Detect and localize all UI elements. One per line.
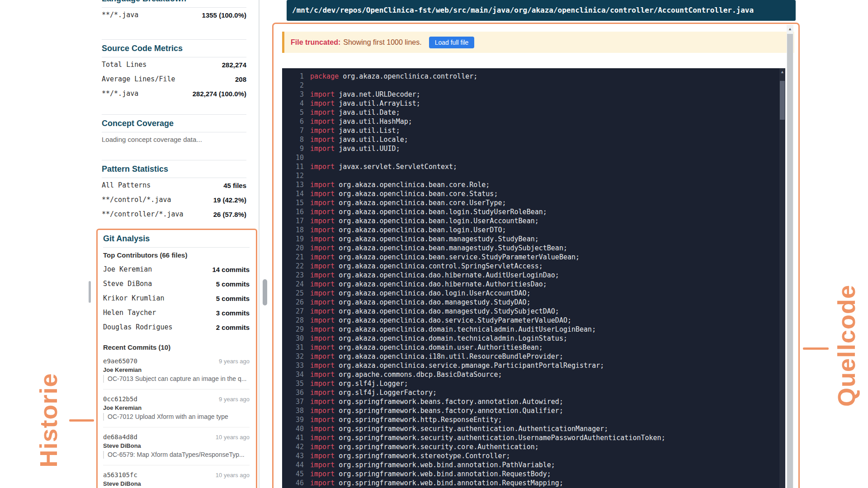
code-lines: 1package org.akaza.openclinica.controlle… [282, 68, 785, 488]
code-text: org.springframework.security.authenticat… [335, 425, 608, 433]
code-line: 42import org.springframework.security.co… [285, 442, 785, 451]
commit-item[interactable]: a563105fc10 years agoSteve DiBonaOC-6578… [103, 465, 250, 488]
code-text: org.akaza.openclinica.bean.managestudy.S… [335, 235, 539, 243]
line-number: 45 [285, 469, 304, 479]
line-number: 40 [285, 424, 304, 433]
code-keyword: import [310, 461, 335, 469]
code-keyword: import [310, 298, 335, 306]
code-keyword: import [310, 325, 335, 333]
left-scrollbar-thumb[interactable] [89, 281, 91, 303]
code-text: org.slf4j.LoggerFactory; [335, 389, 437, 397]
truncation-banner: File truncated: Showing first 1000 lines… [282, 32, 794, 53]
source-metric-row: Average Lines/File208 [102, 72, 246, 86]
code-text: org.akaza.openclinica.bean.login.UserDTO… [335, 226, 506, 234]
panel-scroll-up-arrow-icon[interactable]: ▲ [787, 25, 793, 33]
code-keyword: import [310, 352, 335, 361]
line-number: 2 [285, 81, 304, 90]
language-breakdown-title: Language Breakdown [102, 0, 246, 8]
line-number: 33 [285, 361, 304, 370]
code-text: org.springframework.web.bind.annotation.… [335, 461, 555, 469]
line-number: 4 [285, 99, 304, 108]
source-metric-value: 282,274 (100.0%) [193, 90, 246, 98]
commit-message: OC-6579: Map Xform dataTypes/ResponseTyp… [103, 451, 250, 459]
code-line: 14import org.akaza.openclinica.bean.core… [285, 189, 785, 198]
code-line: 28import org.akaza.openclinica.dao.servi… [285, 316, 785, 325]
code-line: 40import org.springframework.security.au… [285, 424, 785, 433]
code-text: org.akaza.openclinica.dao.login.UserAcco… [335, 289, 530, 297]
contributor-row: Helen Taycher3 commits [103, 305, 250, 320]
code-keyword: import [310, 389, 335, 397]
pattern-stat-label: All Patterns [102, 181, 151, 189]
line-number: 25 [285, 289, 304, 298]
line-number: 24 [285, 280, 304, 289]
contributor-value: 2 commits [216, 324, 250, 331]
contributor-label: Krikor Krumlian [103, 294, 164, 302]
annotation-historie-label: Historie [35, 373, 62, 467]
code-text: org.akaza.openclinica.bean.core.Role; [335, 181, 490, 189]
code-viewer[interactable]: 1package org.akaza.openclinica.controlle… [282, 68, 785, 488]
line-number: 6 [285, 117, 304, 126]
code-line: 43import org.springframework.stereotype.… [285, 451, 785, 460]
code-text: org.springframework.security.core.Authen… [335, 443, 539, 451]
line-number: 27 [285, 307, 304, 316]
panel-scrollbar-thumb[interactable] [787, 34, 793, 488]
code-line: 15import org.akaza.openclinica.bean.core… [285, 198, 785, 207]
code-keyword: import [310, 443, 335, 451]
code-keyword: import [310, 271, 335, 279]
code-scrollbar[interactable]: ▲ [779, 68, 785, 488]
code-scrollbar-thumb[interactable] [780, 81, 785, 120]
concept-coverage-loading-text: Loading concept coverage data... [102, 132, 246, 146]
commit-head: 0cc612b5d9 years ago [103, 395, 250, 404]
code-line: 1package org.akaza.openclinica.controlle… [285, 72, 785, 81]
source-metric-label: Total Lines [102, 61, 146, 69]
code-line: 19import org.akaza.openclinica.bean.mana… [285, 235, 785, 244]
page: Historie Language Breakdown **/*.java135… [0, 0, 868, 488]
top-contributors-title: Top Contributors (66 files) [103, 251, 250, 259]
scroll-up-arrow-icon[interactable]: ▲ [779, 68, 785, 75]
code-keyword: import [310, 416, 335, 424]
code-keyword: import [310, 163, 335, 171]
language-breakdown-value: 1355 (100.0%) [202, 11, 246, 19]
line-number: 29 [285, 325, 304, 334]
code-line: 29import org.akaza.openclinica.domain.te… [285, 325, 785, 334]
code-text: org.akaza.openclinica.domain.user.Author… [335, 343, 543, 352]
commit-time: 10 years ago [216, 471, 250, 479]
code-line: 25import org.akaza.openclinica.dao.login… [285, 289, 785, 298]
contributor-row: Steve DiBona5 commits [103, 277, 250, 291]
commit-hash: a563105fc [103, 471, 137, 479]
sidebar-scrollbar-thumb[interactable] [263, 279, 267, 305]
code-keyword: import [310, 316, 335, 324]
code-text: java.util.ArrayList; [335, 99, 420, 108]
load-full-file-button[interactable]: Load full file [429, 37, 475, 48]
commit-item[interactable]: 0cc612b5d9 years agoJoe KeremianOC-7012 … [103, 389, 250, 427]
code-keyword: import [310, 334, 335, 343]
line-number: 16 [285, 207, 304, 216]
section-concept-coverage: Concept Coverage Loading concept coverag… [102, 114, 246, 146]
line-number: 8 [285, 135, 304, 144]
code-text: java.util.HashMap; [335, 117, 412, 126]
source-metric-value: 208 [235, 75, 246, 83]
commit-item[interactable]: de68a4d8d10 years agoSteve DiBonaOC-6579… [103, 427, 250, 465]
code-text: org.akaza.openclinica.bean.core.UserType… [335, 199, 506, 207]
annotation-line-quellcode [803, 347, 829, 350]
line-number: 37 [285, 397, 304, 406]
code-text: java.util.Locale; [335, 136, 408, 144]
commit-head: e9ae650709 years ago [103, 357, 250, 366]
code-text: org.springframework.http.ResponseEntity; [335, 416, 502, 424]
concept-coverage-title: Concept Coverage [102, 115, 246, 132]
commit-item[interactable]: e9ae650709 years agoJoe KeremianOC-7013 … [103, 352, 250, 389]
line-number: 22 [285, 262, 304, 271]
source-metric-value: 282,274 [222, 61, 246, 69]
line-number: 39 [285, 415, 304, 424]
code-line: 3import java.net.URLDecoder; [285, 90, 785, 99]
code-text: org.akaza.openclinica.dao.managestudy.St… [335, 298, 530, 306]
commit-message: OC-7013 Subject can capture an image in … [103, 375, 250, 383]
code-text: javax.servlet.ServletContext; [335, 163, 457, 171]
line-number: 1 [285, 72, 304, 81]
code-keyword: import [310, 407, 335, 415]
commit-hash: 0cc612b5d [103, 395, 137, 403]
code-line: 39import org.springframework.http.Respon… [285, 415, 785, 424]
line-number: 12 [285, 171, 304, 180]
panel-scrollbar[interactable]: ▲ [787, 25, 793, 488]
source-code-metrics-title: Source Code Metrics [102, 40, 246, 57]
